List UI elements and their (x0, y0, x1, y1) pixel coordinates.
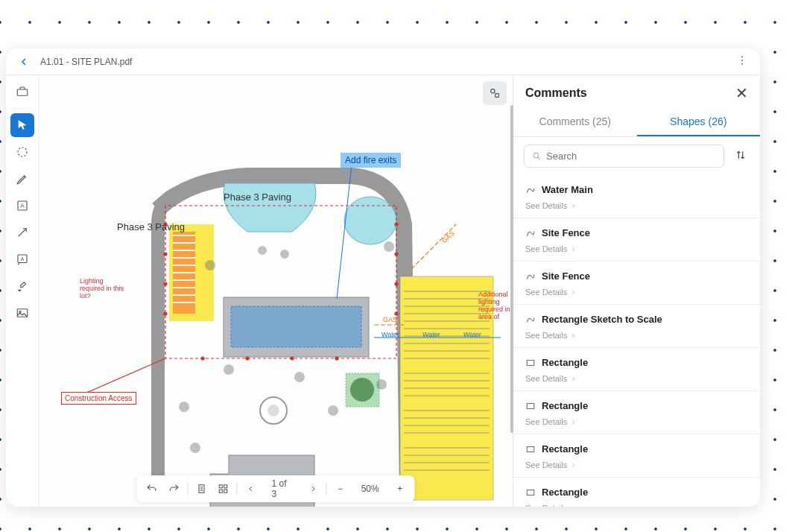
zoom-out-button[interactable]: − (332, 479, 349, 498)
annotation-water3: Water (463, 331, 481, 338)
see-details-link[interactable]: See Details (525, 288, 748, 297)
sort-button[interactable] (732, 146, 750, 167)
svg-text:A: A (20, 256, 24, 262)
toolbox-button[interactable] (10, 80, 34, 104)
shape-item[interactable]: RectangleSee Details (513, 391, 760, 434)
next-page-button[interactable] (304, 479, 322, 498)
shape-name: Site Fence (542, 227, 590, 238)
rectangle-icon (525, 487, 536, 498)
chevron-right-icon (570, 462, 577, 469)
search-input-wrapper[interactable] (524, 145, 724, 168)
shape-name: Water Main (542, 184, 593, 195)
see-details-link[interactable]: See Details (525, 504, 748, 507)
page-indicator: 1 of 3 (265, 478, 300, 499)
close-panel-button[interactable]: ✕ (735, 86, 748, 101)
file-title: A1.01 - SITE PLAN.pdf (40, 57, 132, 67)
prev-page-button[interactable] (242, 479, 260, 498)
shape-item[interactable]: Water MainSee Details (513, 175, 760, 218)
shape-name: Rectangle Sketch to Scale (542, 314, 662, 325)
rectangle-icon (525, 358, 536, 368)
svg-point-69 (164, 312, 167, 315)
svg-point-76 (291, 357, 294, 360)
comments-panel: Comments ✕ Comments (25) Shapes (26) Wat… (513, 75, 760, 507)
annotation-water1: Water (381, 331, 399, 338)
annotation-additional-lighting[interactable]: Additional lighting required in this are… (478, 291, 513, 321)
arrow-tool[interactable] (10, 221, 34, 244)
svg-point-65 (280, 250, 289, 259)
image-tool[interactable] (10, 301, 34, 325)
scrollbar[interactable] (510, 105, 513, 433)
svg-point-60 (328, 405, 338, 416)
panel-title: Comments (525, 86, 587, 100)
annotation-fire-exits[interactable]: Add fire exits (341, 153, 401, 168)
pen-tool[interactable] (10, 167, 34, 191)
search-input[interactable] (546, 151, 716, 162)
left-toolbar: A A (6, 75, 39, 507)
annotation-phase3-top: Phase 3 Paving (224, 191, 291, 203)
svg-point-62 (376, 379, 387, 390)
see-details-link[interactable]: See Details (525, 417, 748, 426)
svg-rect-91 (527, 360, 534, 365)
highlighter-tool[interactable] (10, 274, 34, 298)
svg-point-49 (344, 197, 396, 244)
callout-text-tool[interactable]: A (10, 247, 34, 271)
see-details-link[interactable]: See Details (525, 244, 748, 253)
svg-rect-94 (527, 490, 534, 495)
svg-point-0 (741, 56, 743, 57)
shape-name: Rectangle (542, 487, 588, 498)
canvas-area[interactable]: Add fire exits Phase 3 Paving Phase 3 Pa… (39, 75, 513, 507)
svg-point-56 (205, 260, 215, 270)
curve-icon (525, 314, 536, 325)
svg-rect-88 (224, 490, 227, 493)
redo-button[interactable] (165, 479, 183, 498)
svg-point-68 (164, 282, 167, 285)
shape-item[interactable]: RectangleSee Details (513, 478, 760, 507)
thumbnails-button[interactable] (215, 479, 232, 498)
shape-item[interactable]: Site FenceSee Details (513, 262, 760, 305)
svg-rect-93 (527, 446, 534, 452)
select-tool[interactable] (10, 113, 34, 137)
svg-point-57 (224, 364, 234, 375)
svg-point-2 (741, 63, 743, 64)
svg-point-1 (741, 60, 743, 61)
svg-rect-3 (17, 89, 28, 95)
tab-comments[interactable]: Comments (25) (513, 108, 637, 136)
svg-rect-85 (220, 485, 223, 488)
svg-rect-51 (231, 306, 361, 347)
svg-point-67 (164, 253, 167, 256)
svg-text:A: A (20, 203, 25, 209)
shape-item[interactable]: Site FenceSee Details (513, 218, 760, 262)
annotation-water2: Water (422, 331, 440, 338)
text-tool[interactable]: A (10, 194, 34, 218)
svg-point-59 (294, 372, 305, 382)
annotation-construction-access[interactable]: Construction Access (61, 392, 136, 405)
cloud-tool[interactable] (10, 140, 34, 164)
annotation-lighting[interactable]: Lighting required in this lot? (80, 278, 124, 300)
panel-tabs: Comments (25) Shapes (26) (513, 108, 760, 137)
more-menu-button[interactable] (733, 51, 751, 72)
svg-point-89 (534, 153, 539, 158)
shape-item[interactable]: RectangleSee Details (513, 348, 760, 391)
shape-item[interactable]: RectangleSee Details (513, 434, 760, 478)
single-page-button[interactable] (192, 479, 210, 498)
annotation-gas1: GAS (383, 316, 397, 323)
svg-point-73 (395, 312, 398, 315)
tab-shapes[interactable]: Shapes (26) (637, 108, 761, 136)
svg-point-75 (246, 357, 249, 360)
see-details-link[interactable]: See Details (525, 460, 748, 469)
see-details-link[interactable]: See Details (525, 201, 748, 210)
chevron-right-icon (570, 246, 577, 253)
zoom-in-button[interactable]: + (391, 479, 409, 498)
svg-point-71 (395, 253, 398, 256)
shape-item[interactable]: Rectangle Sketch to ScaleSee Details (513, 305, 760, 348)
see-details-link[interactable]: See Details (525, 331, 748, 340)
rectangle-icon (525, 401, 536, 411)
svg-point-79 (491, 89, 495, 93)
see-details-link[interactable]: See Details (525, 374, 748, 383)
undo-button[interactable] (142, 479, 160, 498)
toolbar-divider (13, 108, 31, 109)
svg-rect-80 (496, 94, 499, 98)
svg-point-70 (395, 223, 398, 226)
diagram-mode-button[interactable] (483, 81, 507, 105)
back-button[interactable] (15, 53, 33, 71)
